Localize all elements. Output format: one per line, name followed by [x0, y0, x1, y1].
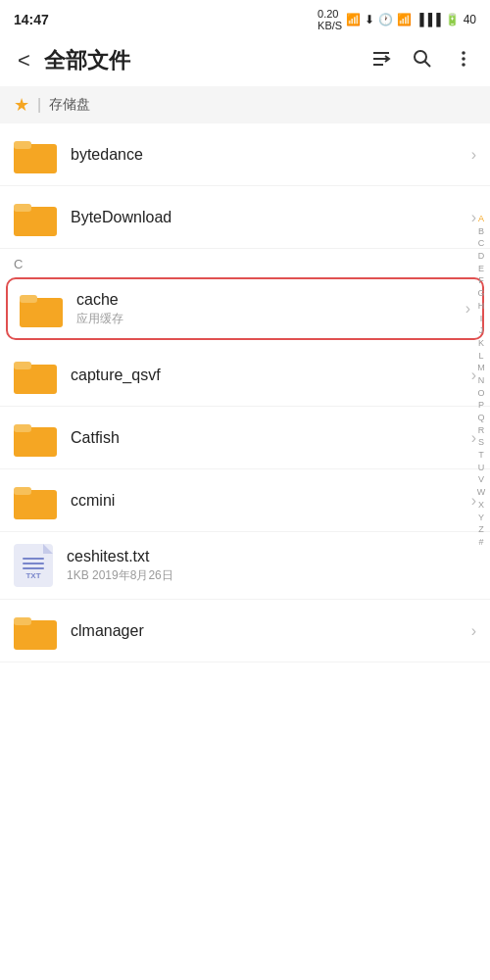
file-info: ceshitest.txt 1KB 2019年8月26日	[67, 548, 470, 584]
chevron-right-icon: ›	[471, 146, 476, 164]
folder-icon	[14, 357, 57, 394]
alpha-letter-f[interactable]: F	[478, 275, 484, 287]
app-bar-actions	[365, 44, 480, 78]
breadcrumb-divider: |	[37, 96, 41, 114]
alpha-letter-a[interactable]: A	[478, 214, 484, 225]
status-time: 14:47	[14, 12, 49, 27]
folder-icon	[14, 136, 57, 173]
alpha-letter-w[interactable]: W	[477, 487, 486, 499]
sort-icon[interactable]	[365, 44, 398, 78]
alpha-letter-j[interactable]: J	[479, 325, 484, 337]
battery-level: 40	[464, 13, 476, 26]
list-item-cache[interactable]: cache 应用缓存 ›	[6, 277, 484, 340]
file-name: ceshitest.txt	[67, 548, 470, 565]
list-item[interactable]: ByteDownload ›	[0, 186, 490, 249]
list-item[interactable]: capture_qsvf ›	[0, 344, 490, 407]
alpha-letter-d[interactable]: D	[478, 251, 485, 263]
folder-icon	[14, 482, 57, 519]
page-title: 全部文件	[44, 46, 365, 75]
svg-point-7	[462, 63, 466, 67]
signal-bar-icon: ▐▐▐	[416, 13, 441, 26]
svg-rect-20	[14, 487, 31, 495]
alpha-letter-e[interactable]: E	[478, 264, 484, 275]
svg-point-5	[462, 51, 466, 55]
alpha-letter-g[interactable]: G	[477, 288, 484, 300]
file-info: Catfish	[71, 429, 466, 447]
wifi-icon: 📶	[397, 13, 412, 26]
section-label-c: C	[0, 249, 490, 273]
alpha-letter-n[interactable]: N	[478, 375, 485, 387]
star-icon: ★	[14, 94, 29, 116]
alpha-letter-o[interactable]: O	[477, 388, 484, 400]
alpha-letter-s[interactable]: S	[478, 437, 484, 449]
alpha-letter-t[interactable]: T	[478, 450, 484, 462]
alpha-letter-hash[interactable]: #	[478, 537, 483, 549]
file-name: cache	[76, 291, 460, 309]
folder-icon	[14, 419, 57, 457]
svg-rect-12	[14, 204, 31, 212]
file-list: bytedance › ByteDownload › C cache 应用缓存	[0, 123, 490, 662]
chevron-right-icon: ›	[471, 622, 476, 640]
list-item[interactable]: ccmini ›	[0, 469, 490, 532]
file-info: bytedance	[71, 146, 466, 164]
battery-icon: 🔋	[445, 13, 460, 26]
folder-icon	[14, 612, 57, 650]
list-item-txt[interactable]: TXT ceshitest.txt 1KB 2019年8月26日	[0, 532, 490, 600]
file-subtitle: 1KB 2019年8月26日	[67, 567, 470, 584]
alpha-letter-p[interactable]: P	[478, 400, 484, 412]
folder-icon	[14, 199, 57, 236]
file-info: ByteDownload	[71, 209, 466, 226]
alpha-letter-x[interactable]: X	[478, 500, 484, 512]
file-subtitle: 应用缓存	[76, 311, 460, 327]
list-item[interactable]: clmanager ›	[0, 600, 490, 662]
file-name: Catfish	[71, 429, 466, 447]
file-name: bytedance	[71, 146, 466, 164]
alpha-letter-m[interactable]: M	[477, 363, 485, 374]
file-name: ByteDownload	[71, 209, 466, 226]
txt-file-icon: TXT	[14, 544, 53, 587]
alpha-letter-z[interactable]: Z	[478, 524, 484, 536]
alphabet-index: A B C D E F G H I J K L M N O P Q R S T …	[472, 210, 490, 553]
file-info: clmanager	[71, 622, 466, 640]
list-item-catfish[interactable]: Catfish ›	[0, 407, 490, 469]
alpha-letter-i[interactable]: I	[480, 314, 483, 325]
alpha-letter-b[interactable]: B	[478, 226, 484, 238]
file-info: cache 应用缓存	[76, 291, 460, 327]
file-info: capture_qsvf	[71, 367, 466, 384]
file-name: clmanager	[71, 622, 466, 640]
chevron-right-icon: ›	[466, 300, 470, 318]
breadcrumb: ★ | 存储盘	[0, 86, 490, 123]
alpha-letter-l[interactable]: L	[478, 351, 483, 363]
list-item[interactable]: bytedance ›	[0, 123, 490, 186]
alpha-letter-h[interactable]: H	[478, 301, 485, 313]
svg-rect-22	[14, 617, 31, 625]
svg-line-4	[425, 61, 431, 67]
alpha-letter-c[interactable]: C	[478, 238, 485, 250]
back-button[interactable]: <	[10, 44, 38, 77]
alpha-letter-k[interactable]: K	[478, 338, 484, 350]
folder-icon	[20, 290, 63, 327]
alpha-letter-q[interactable]: Q	[477, 413, 484, 424]
alpha-letter-u[interactable]: U	[478, 463, 485, 474]
breadcrumb-path: 存储盘	[49, 96, 90, 114]
file-info: ccmini	[71, 492, 466, 510]
svg-point-3	[415, 51, 426, 63]
alpha-letter-v[interactable]: V	[478, 474, 484, 486]
signal-icon: 0.20KB/S	[318, 8, 342, 31]
svg-rect-18	[14, 424, 31, 432]
file-name: ccmini	[71, 492, 466, 510]
status-icons: 0.20KB/S 📶 ⬇ 🕐 📶 ▐▐▐ 🔋 40	[318, 8, 476, 31]
bluetooth-icon: 📶	[346, 13, 361, 26]
search-icon[interactable]	[406, 44, 439, 78]
file-name: capture_qsvf	[71, 367, 466, 384]
svg-point-6	[462, 57, 466, 61]
svg-rect-14	[20, 295, 37, 303]
download-icon: ⬇	[365, 13, 374, 26]
svg-rect-10	[14, 141, 31, 149]
more-icon[interactable]	[447, 44, 480, 78]
clock-icon: 🕐	[378, 13, 393, 26]
status-bar: 14:47 0.20KB/S 📶 ⬇ 🕐 📶 ▐▐▐ 🔋 40	[0, 0, 490, 35]
app-bar: < 全部文件	[0, 35, 490, 86]
alpha-letter-y[interactable]: Y	[478, 513, 484, 524]
alpha-letter-r[interactable]: R	[478, 425, 485, 437]
